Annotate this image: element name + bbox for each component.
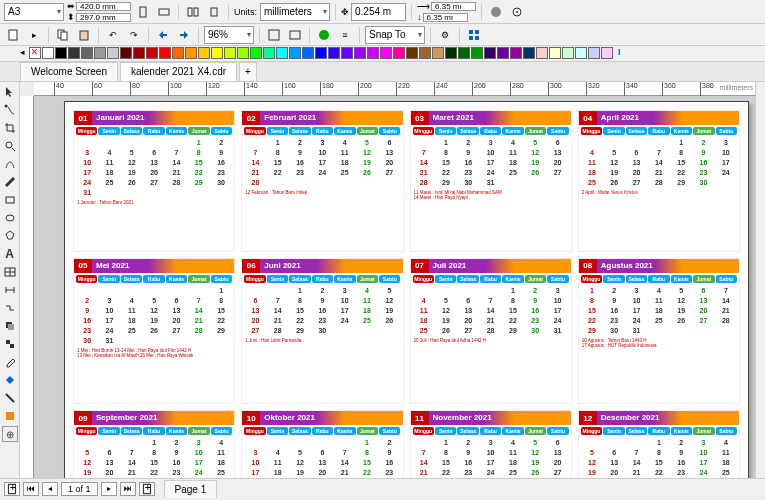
- color-swatch[interactable]: [536, 47, 548, 59]
- outline-tool[interactable]: [2, 390, 18, 406]
- color-swatch[interactable]: [81, 47, 93, 59]
- color-swatch[interactable]: [211, 47, 223, 59]
- color-swatch[interactable]: [601, 47, 613, 59]
- color-swatch[interactable]: [432, 47, 444, 59]
- dup-y[interactable]: [423, 13, 468, 22]
- color-swatch[interactable]: [276, 47, 288, 59]
- pick-tool[interactable]: [2, 84, 18, 100]
- launcher-btn[interactable]: [465, 26, 483, 44]
- all-pages-btn[interactable]: [184, 3, 202, 21]
- color-swatch[interactable]: [133, 47, 145, 59]
- rect-tool[interactable]: [2, 192, 18, 208]
- add-page-btn[interactable]: +: [4, 482, 20, 496]
- color-swatch[interactable]: [458, 47, 470, 59]
- treat-as-filled-btn[interactable]: [487, 3, 505, 21]
- tab-file[interactable]: kalender 2021 X4.cdr: [120, 62, 237, 81]
- color-swatch[interactable]: [523, 47, 535, 59]
- color-swatch[interactable]: [120, 47, 132, 59]
- eyedropper-tool[interactable]: [2, 354, 18, 370]
- freehand-tool[interactable]: [2, 156, 18, 172]
- page-height[interactable]: [76, 13, 131, 22]
- prev-page-btn[interactable]: ◂: [42, 482, 58, 496]
- color-swatch[interactable]: [406, 47, 418, 59]
- color-swatch[interactable]: [315, 47, 327, 59]
- color-swatch[interactable]: [380, 47, 392, 59]
- landscape-btn[interactable]: [155, 3, 173, 21]
- page-size-combo[interactable]: A3: [4, 3, 64, 21]
- color-swatch[interactable]: [159, 47, 171, 59]
- nudge-input[interactable]: [351, 3, 406, 21]
- pointer-btn[interactable]: ▸: [25, 26, 43, 44]
- artistic-tool[interactable]: [2, 174, 18, 190]
- copy-btn[interactable]: [54, 26, 72, 44]
- color-swatch[interactable]: [172, 47, 184, 59]
- color-swatch[interactable]: [237, 47, 249, 59]
- color-swatch[interactable]: [302, 47, 314, 59]
- color-swatch[interactable]: [55, 47, 67, 59]
- palette-arrow-left[interactable]: ◂: [20, 47, 25, 60]
- color-swatch[interactable]: [549, 47, 561, 59]
- color-swatch[interactable]: [198, 47, 210, 59]
- new-btn[interactable]: [4, 26, 22, 44]
- color-swatch[interactable]: [354, 47, 366, 59]
- fullscreen-btn[interactable]: [265, 26, 283, 44]
- right-scrollbar[interactable]: [755, 82, 765, 478]
- polygon-tool[interactable]: [2, 228, 18, 244]
- shape-tool[interactable]: [2, 102, 18, 118]
- color-swatch[interactable]: [562, 47, 574, 59]
- units-combo[interactable]: millimeters: [260, 3, 330, 21]
- drop-shadow-tool[interactable]: [2, 318, 18, 334]
- dimension-tool[interactable]: [2, 282, 18, 298]
- dup-x[interactable]: [431, 2, 476, 11]
- color-swatch[interactable]: [484, 47, 496, 59]
- color-swatch[interactable]: [471, 47, 483, 59]
- color-swatch[interactable]: [341, 47, 353, 59]
- quick-custom-btn[interactable]: ⊕: [2, 426, 18, 442]
- color-swatch[interactable]: [107, 47, 119, 59]
- add-page-after-btn[interactable]: +: [139, 482, 155, 496]
- canvas[interactable]: 01Januari 2021MingguSeninSelasaRabuKamis…: [34, 96, 755, 478]
- page-tab-1[interactable]: Page 1: [164, 480, 218, 498]
- color-swatch[interactable]: [42, 47, 54, 59]
- last-page-btn[interactable]: ⏭: [120, 482, 136, 496]
- options-btn[interactable]: [508, 3, 526, 21]
- ellipse-tool[interactable]: [2, 210, 18, 226]
- color-swatch[interactable]: [445, 47, 457, 59]
- text-tool[interactable]: A: [2, 246, 18, 262]
- color-swatch[interactable]: [419, 47, 431, 59]
- table-tool[interactable]: [2, 264, 18, 280]
- redo-btn[interactable]: ↷: [125, 26, 143, 44]
- color-swatch[interactable]: [367, 47, 379, 59]
- export-btn[interactable]: [175, 26, 193, 44]
- smart-fill-tool[interactable]: [2, 408, 18, 424]
- fill-tool[interactable]: [2, 372, 18, 388]
- color-swatch[interactable]: [588, 47, 600, 59]
- page-width[interactable]: [76, 2, 131, 11]
- next-page-btn[interactable]: ▸: [101, 482, 117, 496]
- color-swatch[interactable]: [250, 47, 262, 59]
- no-fill-swatch[interactable]: ×: [29, 47, 41, 59]
- snap-combo[interactable]: Snap To: [365, 26, 425, 44]
- color-swatch[interactable]: [94, 47, 106, 59]
- import-btn[interactable]: [154, 26, 172, 44]
- color-swatch[interactable]: [497, 47, 509, 59]
- tab-welcome[interactable]: Welcome Screen: [20, 62, 118, 81]
- preview-btn[interactable]: [286, 26, 304, 44]
- color-swatch[interactable]: [328, 47, 340, 59]
- connector-tool[interactable]: [2, 300, 18, 316]
- zoom-tool[interactable]: [2, 138, 18, 154]
- color-swatch[interactable]: [68, 47, 80, 59]
- color-swatch[interactable]: [263, 47, 275, 59]
- publish-btn[interactable]: [315, 26, 333, 44]
- color-swatch[interactable]: [224, 47, 236, 59]
- crop-tool[interactable]: [2, 120, 18, 136]
- color-swatch[interactable]: [575, 47, 587, 59]
- color-swatch[interactable]: [393, 47, 405, 59]
- align-btn[interactable]: ≡: [336, 26, 354, 44]
- zoom-combo[interactable]: 96%: [204, 26, 254, 44]
- ruler-horizontal[interactable]: 4060801001201401601802002202402602803003…: [34, 82, 755, 96]
- palette-info[interactable]: I: [618, 47, 621, 60]
- color-swatch[interactable]: [510, 47, 522, 59]
- color-swatch[interactable]: [289, 47, 301, 59]
- paste-btn[interactable]: [75, 26, 93, 44]
